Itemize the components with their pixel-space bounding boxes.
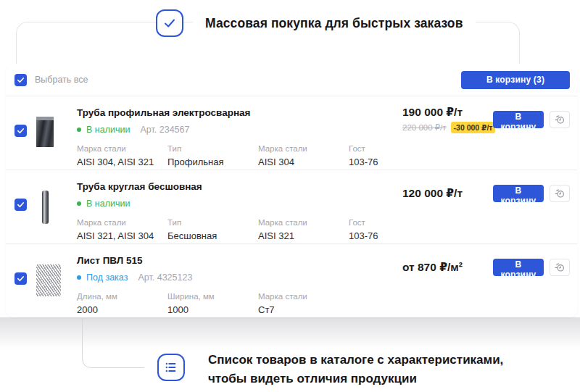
spec-cell: Марка стали AISI 321 — [258, 218, 349, 241]
spec-label: Гост — [349, 144, 439, 153]
add-to-cart-button[interactable]: В корзину — [493, 111, 544, 128]
product-image-cell — [36, 107, 77, 170]
row-checkbox-cell — [14, 255, 36, 318]
product-price: от 870 ₽/м² — [402, 261, 487, 274]
timer-icon — [554, 188, 566, 199]
price-block: от 870 ₽/м² — [402, 261, 487, 274]
catalog-list-badge — [157, 354, 185, 381]
add-to-cart-button[interactable]: В корзину — [493, 259, 544, 276]
product-image-cell — [36, 255, 77, 318]
availability-dot — [77, 201, 81, 206]
product-image — [36, 264, 61, 296]
product-actions: от 870 ₽/м² В корзину — [402, 255, 570, 280]
row-checkbox[interactable] — [14, 125, 27, 137]
price-discount-line: 220 000 ₽/т -30 000 ₽/т — [402, 122, 487, 133]
product-image-cell — [36, 181, 77, 243]
product-specs: Марка стали AISI 321, AISI 304 Тип Бесшо… — [77, 218, 402, 241]
discount-badge: -30 000 ₽/т — [451, 122, 496, 133]
spec-value: 1000 — [167, 304, 258, 315]
table-row: Лист ПВЛ 515 Под заказ Арт. 4325123 Длин… — [6, 244, 577, 318]
product-info: Труба профильная электросварная В наличи… — [77, 107, 402, 170]
spec-label: Марка стали — [77, 218, 167, 227]
timer-icon — [554, 114, 566, 125]
spec-label: Ширина, мм — [167, 292, 258, 301]
product-list: Труба профильная электросварная В наличи… — [6, 96, 577, 318]
add-to-cart-button[interactable]: В корзину — [493, 185, 544, 202]
spec-cell: Марка стали Ст7 — [258, 292, 349, 315]
product-sku: Арт. 4325123 — [138, 272, 192, 283]
spec-label: Марка стали — [258, 218, 349, 227]
card-toolbar: Выбрать все В корзину (3) — [6, 64, 577, 96]
spec-value: 103-76 — [349, 157, 439, 167]
bulk-purchase-badge — [156, 9, 183, 37]
spec-cell: Марка стали AISI 321, AISI 304 — [77, 218, 167, 241]
product-title: Труба круглая бесшовная — [77, 181, 402, 192]
bottom-annotation-line1: Список товаров в каталоге с характеристи… — [208, 351, 503, 370]
product-info: Лист ПВЛ 515 Под заказ Арт. 4325123 Длин… — [77, 255, 402, 318]
row-checkbox[interactable] — [14, 199, 27, 211]
spec-cell: Марка стали AISI 304 — [258, 144, 349, 167]
table-row: Труба круглая бесшовная В наличии Марка … — [6, 170, 577, 244]
spec-cell: Гост 103-76 — [349, 144, 439, 167]
table-row: Труба профильная электросварная В наличи… — [6, 96, 577, 170]
list-icon — [164, 360, 178, 375]
spec-cell: Тип Бесшовная — [167, 218, 258, 241]
availability-dot — [77, 275, 81, 280]
availability-status: В наличии — [86, 199, 130, 209]
spec-value: AISI 304 — [258, 157, 349, 167]
product-status-line: В наличии Арт. 234567 — [77, 125, 402, 135]
product-actions: 190 000 ₽/т 220 000 ₽/т -30 000 ₽/т В ко… — [402, 107, 570, 132]
product-specs: Длина, мм 2000 Ширина, мм 1000 Марка ста… — [77, 292, 402, 315]
timer-icon — [554, 262, 566, 273]
availability-dot — [77, 128, 81, 132]
spec-value: Бесшовная — [167, 230, 258, 241]
select-all-label: Выбрать все — [35, 75, 88, 85]
row-checkbox[interactable] — [14, 272, 27, 285]
spec-cell: Тип Профильная — [167, 144, 258, 167]
spec-value: 103-76 — [349, 230, 439, 241]
spec-label: Марка стали — [258, 144, 349, 153]
row-checkbox-cell — [14, 107, 36, 170]
price-history-button[interactable] — [550, 111, 570, 128]
spec-value: 2000 — [77, 304, 167, 315]
spec-label: Гост — [349, 218, 439, 227]
select-all[interactable]: Выбрать все — [14, 74, 88, 86]
product-price: 120 000 ₽/т — [402, 187, 487, 200]
product-status-line: В наличии — [77, 199, 402, 209]
product-specs: Марка стали AISI 304, AISI 321 Тип Профи… — [77, 144, 402, 167]
bulk-purchase-card: Выбрать все В корзину (3) Труба профильн… — [6, 64, 577, 317]
spec-label: Марка стали — [77, 144, 167, 153]
row-checkbox-cell — [14, 181, 36, 243]
price-block: 190 000 ₽/т 220 000 ₽/т -30 000 ₽/т — [402, 106, 487, 133]
product-info: Труба круглая бесшовная В наличии Марка … — [77, 181, 402, 243]
add-all-to-cart-button[interactable]: В корзину (3) — [461, 71, 570, 89]
availability-status: В наличии — [86, 125, 130, 135]
spec-value: Профильная — [167, 157, 258, 167]
product-sku: Арт. 234567 — [140, 125, 189, 135]
spec-value: AISI 304, AISI 321 — [77, 157, 167, 167]
price-history-button[interactable] — [550, 259, 570, 276]
price-block: 120 000 ₽/т — [402, 187, 487, 200]
product-title: Труба профильная электросварная — [77, 107, 402, 118]
spec-value: Ст7 — [258, 304, 349, 315]
spec-cell: Гост 103-76 — [349, 218, 439, 241]
product-image — [36, 117, 54, 147]
spec-label: Длина, мм — [77, 292, 167, 301]
spec-value: AISI 321 — [258, 230, 349, 241]
product-title: Лист ПВЛ 515 — [77, 255, 402, 266]
select-all-checkbox[interactable] — [14, 74, 27, 86]
bottom-annotation-line2: чтобы видеть отличия продукции — [208, 370, 503, 388]
spec-label: Тип — [167, 144, 258, 153]
spec-cell: Ширина, мм 1000 — [167, 292, 258, 315]
old-price: 220 000 ₽/т — [402, 122, 447, 133]
spec-cell: Марка стали AISI 304, AISI 321 — [77, 144, 167, 167]
spec-cell: Длина, мм 2000 — [77, 292, 167, 315]
product-price: 190 000 ₽/т — [402, 106, 487, 119]
product-image — [42, 191, 49, 224]
spec-label: Марка стали — [258, 292, 349, 301]
product-status-line: Под заказ Арт. 4325123 — [77, 272, 402, 283]
top-annotation-title: Массовая покупка для быстрых заказов — [193, 9, 476, 37]
spec-label: Тип — [167, 218, 258, 227]
availability-status: Под заказ — [86, 272, 128, 283]
price-history-button[interactable] — [550, 185, 570, 202]
